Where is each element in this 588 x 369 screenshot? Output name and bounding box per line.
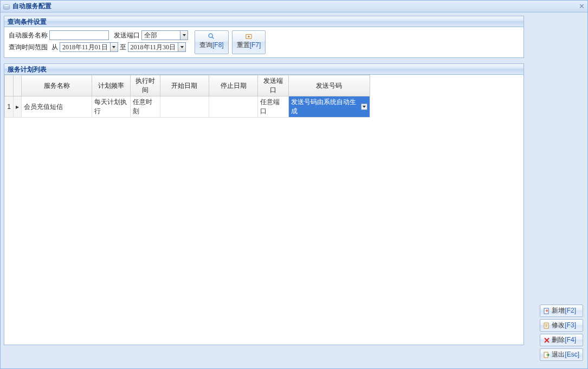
list-panel-body: 服务名称 计划频率 执行时间 开始日期 停止日期 发送端口 发送号码 1 ▸ — [4, 75, 524, 345]
exit-button[interactable]: 退出[Esc] — [540, 348, 583, 361]
col-send-port[interactable]: 发送端口 — [258, 75, 288, 96]
service-name-input[interactable] — [49, 30, 109, 40]
edit-button[interactable]: 修改[F3] — [540, 319, 583, 332]
query-panel: 查询条件设置 自动服务名称 发送端口 全部 查询时间范围 从 — [4, 16, 524, 58]
query-panel-body: 自动服务名称 发送端口 全部 查询时间范围 从 2018年11月01日 — [4, 27, 524, 57]
cell-rownum: 1 — [5, 96, 14, 118]
search-icon — [207, 33, 216, 40]
grid-header-row: 服务名称 计划频率 执行时间 开始日期 停止日期 发送端口 发送号码 — [5, 75, 370, 96]
col-exec-time[interactable]: 执行时间 — [130, 75, 160, 96]
search-button[interactable]: 查询[F8] — [195, 30, 229, 54]
port-select[interactable]: 全部 — [141, 30, 188, 40]
reset-button[interactable]: 重置[F7] — [232, 30, 266, 54]
port-select-text: 全部 — [142, 31, 180, 40]
to-date-input[interactable]: 2018年11月30日 — [128, 42, 186, 52]
side-buttons: 新增[F2] 修改[F3] 删除[F4] 退出[Esc] — [540, 305, 583, 361]
cell-send-number[interactable]: 发送号码由系统自动生成 — [288, 96, 370, 118]
cell-send-port[interactable]: 任意端口 — [258, 96, 288, 118]
service-grid[interactable]: 服务名称 计划频率 执行时间 开始日期 停止日期 发送端口 发送号码 1 ▸ — [4, 75, 370, 118]
from-label: 从 — [51, 43, 58, 52]
from-date-text: 2018年11月01日 — [60, 43, 110, 51]
col-service-name[interactable]: 服务名称 — [22, 75, 92, 96]
edit-icon — [544, 322, 550, 329]
cell-frequency[interactable]: 每天计划执行 — [92, 96, 130, 118]
col-start-date[interactable]: 开始日期 — [160, 75, 209, 96]
svg-point-3 — [209, 34, 213, 37]
titlebar: 自动服务配置 ✕ — [1, 1, 587, 12]
svg-point-2 — [3, 4, 10, 7]
reset-button-label: 重置[F7] — [237, 41, 261, 50]
service-name-label: 自动服务名称 — [9, 31, 48, 40]
svg-line-4 — [212, 37, 214, 38]
add-button-label: 新增[F2] — [552, 306, 576, 315]
window-title: 自动服务配置 — [12, 2, 51, 11]
add-icon — [544, 308, 550, 314]
list-panel: 服务计划列表 服务名称 计划频率 执行时间 开始日期 停止日期 发送端口 — [4, 63, 524, 345]
edit-button-label: 修改[F3] — [552, 321, 576, 330]
config-window: 自动服务配置 ✕ 查询条件设置 自动服务名称 发送端口 全部 — [0, 0, 588, 369]
delete-button-label: 删除[F4] — [552, 335, 576, 345]
col-rownum[interactable] — [5, 75, 14, 96]
cell-end-date[interactable] — [209, 96, 258, 118]
window-body: 查询条件设置 自动服务名称 发送端口 全部 查询时间范围 从 — [1, 12, 587, 368]
exit-button-label: 退出[Esc] — [552, 350, 579, 359]
cell-start-date[interactable] — [160, 96, 209, 118]
search-button-label: 查询[F8] — [199, 41, 224, 50]
col-send-number[interactable]: 发送号码 — [288, 75, 370, 96]
close-icon[interactable]: ✕ — [578, 3, 585, 10]
col-marker[interactable] — [14, 75, 22, 96]
query-buttons: 查询[F8] 重置[F7] — [195, 30, 266, 54]
add-button[interactable]: 新增[F2] — [540, 305, 583, 317]
cell-exec-time[interactable]: 任意时刻 — [130, 96, 160, 118]
delete-icon — [544, 337, 550, 344]
time-range-label: 查询时间范围 — [9, 43, 48, 52]
chevron-down-icon[interactable] — [361, 103, 367, 110]
svg-point-6 — [248, 36, 249, 37]
col-frequency[interactable]: 计划频率 — [92, 75, 130, 96]
list-panel-header: 服务计划列表 — [4, 64, 524, 75]
chevron-down-icon[interactable] — [178, 43, 185, 51]
table-row[interactable]: 1 ▸ 会员充值短信 每天计划执行 任意时刻 任意端口 发送号码由系统自动生成 — [5, 96, 370, 118]
query-panel-header: 查询条件设置 — [4, 16, 524, 27]
reset-icon — [244, 33, 253, 40]
to-label: 至 — [120, 43, 126, 52]
window-icon — [3, 3, 10, 10]
exit-icon — [544, 352, 550, 358]
chevron-down-icon[interactable] — [180, 31, 188, 40]
port-label: 发送端口 — [114, 31, 140, 40]
cell-send-number-text: 发送号码由系统自动生成 — [291, 98, 360, 116]
row-marker-icon: ▸ — [14, 96, 22, 118]
from-date-input[interactable]: 2018年11月01日 — [60, 42, 118, 52]
to-date-text: 2018年11月30日 — [128, 43, 178, 51]
delete-button[interactable]: 删除[F4] — [540, 334, 583, 346]
chevron-down-icon[interactable] — [110, 43, 118, 51]
cell-service-name[interactable]: 会员充值短信 — [22, 96, 92, 118]
query-form: 自动服务名称 发送端口 全部 查询时间范围 从 2018年11月01日 — [9, 30, 188, 54]
col-end-date[interactable]: 停止日期 — [209, 75, 258, 96]
